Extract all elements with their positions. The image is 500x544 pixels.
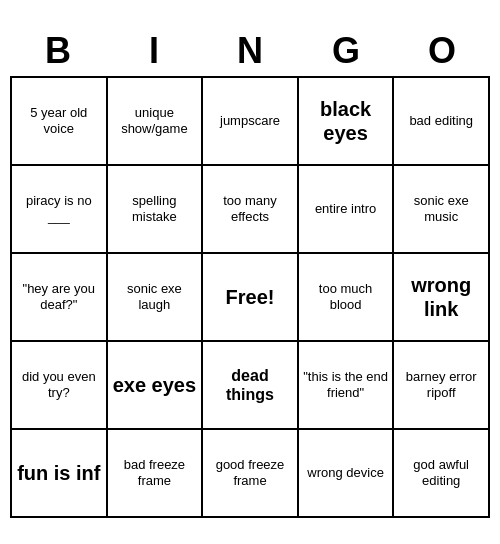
bingo-cell-23: wrong device: [299, 430, 395, 518]
header-letter-N: N: [202, 26, 298, 76]
bingo-cell-18: "this is the end friend": [299, 342, 395, 430]
bingo-cell-16: exe eyes: [108, 342, 204, 430]
bingo-cell-4: bad editing: [394, 78, 490, 166]
bingo-cell-21: bad freeze frame: [108, 430, 204, 518]
bingo-cell-17: dead things: [203, 342, 299, 430]
bingo-cell-19: barney error ripoff: [394, 342, 490, 430]
bingo-cell-11: sonic exe laugh: [108, 254, 204, 342]
bingo-cell-8: entire intro: [299, 166, 395, 254]
bingo-grid: 5 year old voiceunique show/gamejumpscar…: [10, 76, 490, 518]
header-letter-O: O: [394, 26, 490, 76]
header-letter-I: I: [106, 26, 202, 76]
bingo-cell-15: did you even try?: [12, 342, 108, 430]
bingo-cell-14: wrong link: [394, 254, 490, 342]
bingo-cell-5: piracy is no ___: [12, 166, 108, 254]
bingo-cell-24: god awful editing: [394, 430, 490, 518]
bingo-cell-7: too many effects: [203, 166, 299, 254]
bingo-cell-10: "hey are you deaf?": [12, 254, 108, 342]
bingo-cell-13: too much blood: [299, 254, 395, 342]
header-letter-B: B: [10, 26, 106, 76]
bingo-cell-0: 5 year old voice: [12, 78, 108, 166]
bingo-header: BINGO: [10, 26, 490, 76]
bingo-cell-1: unique show/game: [108, 78, 204, 166]
bingo-cell-6: spelling mistake: [108, 166, 204, 254]
bingo-cell-2: jumpscare: [203, 78, 299, 166]
bingo-card: BINGO 5 year old voiceunique show/gameju…: [10, 26, 490, 518]
bingo-cell-20: fun is inf: [12, 430, 108, 518]
bingo-cell-9: sonic exe music: [394, 166, 490, 254]
bingo-cell-22: good freeze frame: [203, 430, 299, 518]
bingo-cell-3: black eyes: [299, 78, 395, 166]
header-letter-G: G: [298, 26, 394, 76]
bingo-cell-12: Free!: [203, 254, 299, 342]
